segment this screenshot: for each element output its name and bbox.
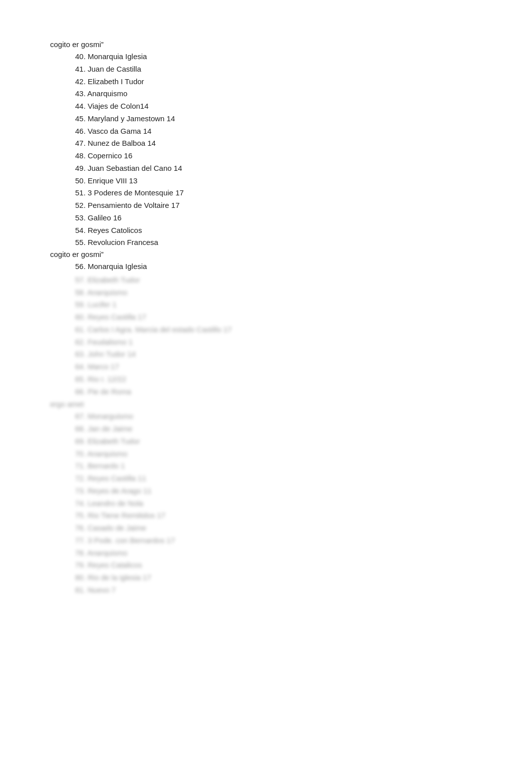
- blurred-item: 78. Anarquismo: [75, 547, 532, 560]
- list-item: 47. Nunez de Balboa 14: [75, 137, 532, 150]
- blurred-item: 62. Feudalismo 1: [75, 336, 532, 349]
- blurred-item: 71. Bernardo 1: [75, 460, 532, 472]
- list-item: 49. Juan Sebastian del Cano 14: [75, 162, 532, 175]
- blurred-item: 79. Reyes Catalicos: [75, 559, 532, 572]
- second-section-list: 56. Monarquia Iglesia: [75, 260, 532, 273]
- list-item: 45. Maryland y Jamestown 14: [75, 113, 532, 125]
- blurred-item: 61. Carlos I Agra. Marcia del estado Cas…: [75, 324, 532, 336]
- blurred-item: 75. Rio Tiene Remitidos 17: [75, 509, 532, 522]
- section-header-2: cogito er gosmi”: [50, 250, 532, 258]
- blurred-item: 64. Marco 17: [75, 361, 532, 373]
- list-item: 44. Viajes de Colon14: [75, 100, 532, 113]
- blurred-sub-header: ergo amet: [50, 400, 532, 408]
- blurred-item: 70. Anarquismo: [75, 448, 532, 460]
- blurred-item: 80. Rio de la iglesia 17: [75, 572, 532, 584]
- section-header-1: cogito er gosmi”: [50, 40, 532, 49]
- list-item: 43. Anarquismo: [75, 88, 532, 100]
- blurred-item: 65. Rio r. 12/22: [75, 373, 532, 386]
- list-item: 46. Vasco da Gama 14: [75, 125, 532, 138]
- blurred-item: 58. Anarquismo: [75, 287, 532, 299]
- blurred-section: 57. Elizabeth Tudor 58. Anarquismo 59. L…: [75, 274, 532, 597]
- blurred-item: 74. Leandro de Nola: [75, 497, 532, 510]
- blurred-item: 63. John Tudor 14: [75, 348, 532, 361]
- blurred-item: 72. Reyes Castilla 11: [75, 472, 532, 485]
- list-item: 56. Monarquia Iglesia: [75, 260, 532, 273]
- blurred-item: 66. Pie de Roma: [75, 386, 532, 398]
- list-item: 53. Galileo 16: [75, 212, 532, 224]
- blurred-item: 77. 3 Pode. con Bernardos 17: [75, 535, 532, 547]
- list-item: 51. 3 Poderes de Montesquie 17: [75, 187, 532, 199]
- blurred-item: 57. Elizabeth Tudor: [75, 274, 532, 287]
- blurred-item: 68. Jan de Jaime: [75, 423, 532, 435]
- blurred-item: 67. Monarguismo: [75, 410, 532, 423]
- blurred-item: 76. Casado de Jaime: [75, 522, 532, 535]
- list-item: 40. Monarquia Iglesia: [75, 51, 532, 63]
- list-item: 42. Elizabeth I Tudor: [75, 76, 532, 88]
- list-item: 52. Pensamiento de Voltaire 17: [75, 199, 532, 212]
- list-item: 48. Copernico 16: [75, 150, 532, 162]
- list-item: 55. Revolucion Francesa: [75, 236, 532, 249]
- blurred-item: 60. Reyes Castilla 17: [75, 311, 532, 324]
- blurred-item: 59. Lucifer 1: [75, 299, 532, 311]
- list-item: 50. Enrique VIII 13: [75, 175, 532, 187]
- blurred-item: 81. Nuevo 7: [75, 584, 532, 597]
- first-section-list: 40. Monarquia Iglesia 41. Juan de Castil…: [75, 51, 532, 249]
- blurred-item: 69. Elizabeth Tudor: [75, 435, 532, 448]
- blurred-item: 73. Reyes de Arago 11: [75, 485, 532, 497]
- list-item: 54. Reyes Catolicos: [75, 224, 532, 237]
- list-item: 41. Juan de Castilla: [75, 63, 532, 76]
